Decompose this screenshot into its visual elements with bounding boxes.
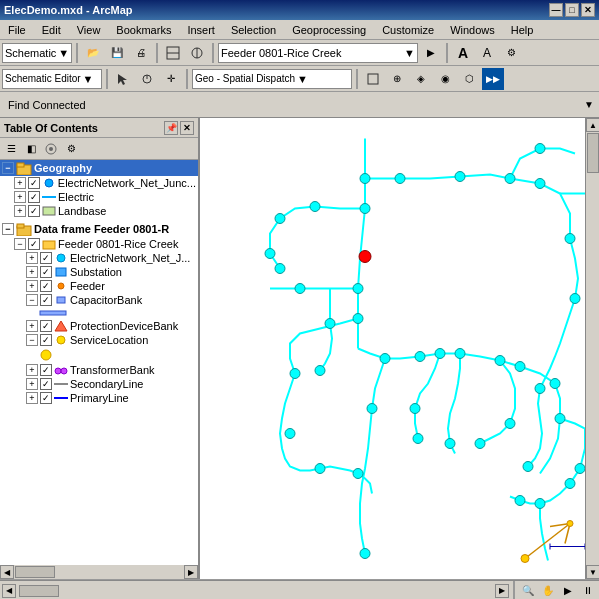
feeder-expander[interactable]: +	[26, 280, 38, 292]
toc-item-primary[interactable]: + PrimaryLine	[24, 391, 198, 405]
print-btn[interactable]: 🖨	[130, 42, 152, 64]
feeder-go-btn[interactable]: ▶	[420, 42, 442, 64]
toc-item-feeder[interactable]: + Feeder	[24, 279, 198, 293]
feeder-group-expander[interactable]: −	[14, 238, 26, 250]
map-h-scroll-right[interactable]: ▶	[495, 584, 509, 598]
landbase-checkbox[interactable]	[28, 205, 40, 217]
geography-group[interactable]: − Geography	[0, 160, 198, 176]
toc-list-btn[interactable]: ☰	[2, 140, 20, 158]
zoom-in-btn[interactable]: A	[452, 42, 474, 64]
schematic-editor-dropdown[interactable]: Schematic Editor ▼	[2, 69, 102, 89]
junc-expander[interactable]: +	[14, 177, 26, 189]
geo-btn-3[interactable]: ◈	[410, 68, 432, 90]
menu-windows[interactable]: Windows	[446, 22, 499, 38]
h-scroll-thumb[interactable]	[15, 566, 55, 578]
toc-source-btn[interactable]	[42, 140, 60, 158]
close-button[interactable]: ✕	[581, 3, 595, 17]
toc-layers-btn[interactable]: ◧	[22, 140, 40, 158]
toc-item-service[interactable]: − ServiceLocation	[24, 333, 198, 347]
schematic-icon-1[interactable]	[162, 42, 184, 64]
toc-item-junc[interactable]: + ElectricNetwork_Net_Junc...	[12, 176, 198, 190]
map-area[interactable]	[200, 118, 585, 579]
menu-file[interactable]: File	[4, 22, 30, 38]
toc-pin-btn[interactable]: 📌	[164, 121, 178, 135]
toc-item-landbase[interactable]: + Landbase	[12, 204, 198, 218]
schematic-icon-2[interactable]	[186, 42, 208, 64]
secondary-checkbox[interactable]	[40, 378, 52, 390]
scroll-down-btn[interactable]: ▼	[586, 565, 599, 579]
maximize-button[interactable]: □	[565, 3, 579, 17]
toc-item-net-junc[interactable]: + ElectricNetwork_Net_J...	[24, 251, 198, 265]
toc-h-scrollbar[interactable]: ◀ ▶	[0, 565, 198, 579]
h-scroll-left[interactable]: ◀	[0, 565, 14, 579]
junc-checkbox[interactable]	[28, 177, 40, 189]
menu-geoprocessing[interactable]: Geoprocessing	[288, 22, 370, 38]
menu-edit[interactable]: Edit	[38, 22, 65, 38]
secondary-expander[interactable]: +	[26, 378, 38, 390]
protection-expander[interactable]: +	[26, 320, 38, 332]
net-junc-expander[interactable]: +	[26, 252, 38, 264]
feeder-checkbox[interactable]	[40, 280, 52, 292]
substation-checkbox[interactable]	[40, 266, 52, 278]
primary-checkbox[interactable]	[40, 392, 52, 404]
menu-selection[interactable]: Selection	[227, 22, 280, 38]
minimize-button[interactable]: —	[549, 3, 563, 17]
capacitor-checkbox[interactable]	[40, 294, 52, 306]
window-controls[interactable]: — □ ✕	[549, 3, 595, 17]
map-h-scroll-left[interactable]: ◀	[2, 584, 16, 598]
feeder-group-checkbox[interactable]	[28, 238, 40, 250]
play-btn[interactable]: ▶	[559, 582, 577, 600]
menu-customize[interactable]: Customize	[378, 22, 438, 38]
toc-item-transformer[interactable]: + TransformerBank	[24, 363, 198, 377]
transformer-expander[interactable]: +	[26, 364, 38, 376]
zoom-level-btn[interactable]: 🔍	[519, 582, 537, 600]
primary-expander[interactable]: +	[26, 392, 38, 404]
move-btn[interactable]: ✛	[160, 68, 182, 90]
menu-bookmarks[interactable]: Bookmarks	[112, 22, 175, 38]
toc-item-electric[interactable]: + Electric	[12, 190, 198, 204]
map-v-scrollbar[interactable]: ▲ ▼	[585, 118, 599, 579]
zoom-out-btn[interactable]: A	[476, 42, 498, 64]
select-btn[interactable]	[112, 68, 134, 90]
transformer-checkbox[interactable]	[40, 364, 52, 376]
menu-help[interactable]: Help	[507, 22, 538, 38]
toc-feeder-group[interactable]: − Feeder 0801-Rice Creek	[12, 237, 198, 251]
geo-btn-1[interactable]	[362, 68, 384, 90]
scroll-thumb[interactable]	[587, 133, 599, 173]
toc-item-secondary[interactable]: + SecondaryLine	[24, 377, 198, 391]
geo-spatial-dropdown[interactable]: Geo - Spatial Dispatch ▼	[192, 69, 352, 89]
pause-btn[interactable]: ⏸	[579, 582, 597, 600]
find-connected-dropdown[interactable]: ▼	[581, 97, 597, 113]
menu-view[interactable]: View	[73, 22, 105, 38]
geo-btn-6[interactable]: ▶▶	[482, 68, 504, 90]
geo-btn-4[interactable]: ◉	[434, 68, 456, 90]
net-junc-checkbox[interactable]	[40, 252, 52, 264]
schematic-dropdown[interactable]: Schematic ▼	[2, 43, 72, 63]
toc-item-capacitor[interactable]: − CapacitorBank	[24, 293, 198, 307]
settings-btn[interactable]: ⚙	[500, 42, 522, 64]
toc-item-substation[interactable]: + Substation	[24, 265, 198, 279]
edit-node-btn[interactable]	[136, 68, 158, 90]
electric-expander[interactable]: +	[14, 191, 26, 203]
electric-checkbox[interactable]	[28, 191, 40, 203]
toc-close-btn[interactable]: ✕	[180, 121, 194, 135]
geo-btn-2[interactable]: ⊕	[386, 68, 408, 90]
pan-btn[interactable]: ✋	[539, 582, 557, 600]
save-btn[interactable]: 💾	[106, 42, 128, 64]
dataframe-group[interactable]: − Data frame Feeder 0801-R	[0, 218, 198, 237]
service-checkbox[interactable]	[40, 334, 52, 346]
open-btn[interactable]: 📂	[82, 42, 104, 64]
service-expander[interactable]: −	[26, 334, 38, 346]
capacitor-expander[interactable]: −	[26, 294, 38, 306]
feeder-dropdown[interactable]: Feeder 0801-Rice Creek ▼	[218, 43, 418, 63]
substation-expander[interactable]: +	[26, 266, 38, 278]
geography-expander[interactable]: −	[2, 162, 14, 174]
geo-btn-5[interactable]: ⬡	[458, 68, 480, 90]
toc-options-btn[interactable]: ⚙	[62, 140, 80, 158]
protection-checkbox[interactable]	[40, 320, 52, 332]
scroll-up-btn[interactable]: ▲	[586, 118, 599, 132]
toc-item-protection[interactable]: + ProtectionDeviceBank	[24, 319, 198, 333]
dataframe-expander[interactable]: −	[2, 223, 14, 235]
h-scroll-right[interactable]: ▶	[184, 565, 198, 579]
map-h-scroll-thumb[interactable]	[19, 585, 59, 597]
